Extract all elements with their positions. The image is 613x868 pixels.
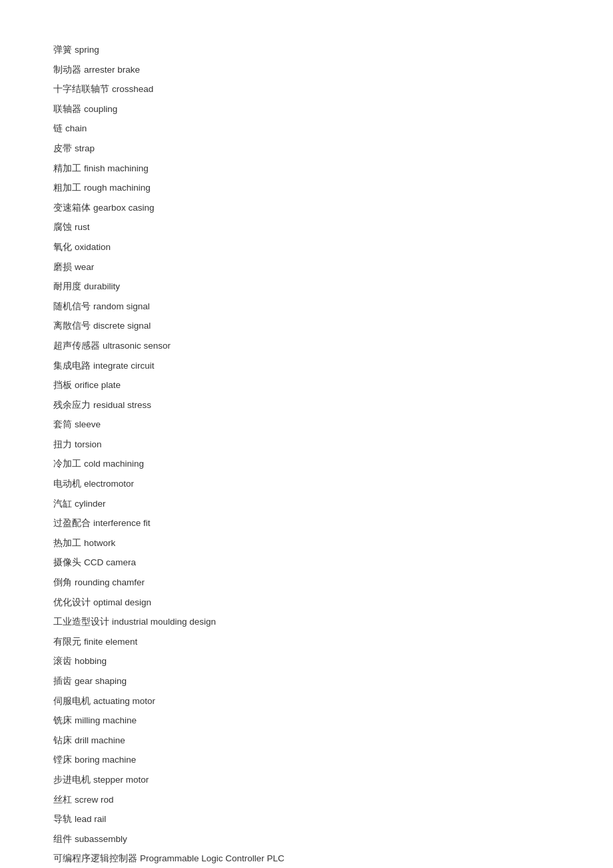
term-english: rust [75,222,90,232]
term-chinese: 滚齿 [53,656,72,666]
term-chinese: 伺服电机 [53,696,91,706]
list-item: 过盈配合interference fit [53,513,560,533]
term-english: screw rod [75,795,114,805]
list-item: 联轴器coupling [53,99,560,119]
term-english: industrial moulding design [112,617,216,627]
term-english: hobbing [75,656,107,666]
term-english: spring [75,45,99,55]
list-item: 超声传感器ultrasonic sensor [53,336,560,356]
term-chinese: 汽缸 [53,499,72,509]
list-item: 有限元finite element [53,632,560,652]
list-item: 步进电机stepper motor [53,770,560,790]
term-chinese: 挡板 [53,380,72,390]
term-chinese: 冷加工 [53,459,81,469]
term-chinese: 有限元 [53,637,81,647]
term-english: lead rail [75,814,106,824]
term-chinese: 随机信号 [53,301,91,311]
list-item: 耐用度durability [53,277,560,297]
term-chinese: 导轨 [53,814,72,824]
term-chinese: 粗加工 [53,183,81,193]
list-item: 可编程序逻辑控制器Programmable Logic Controller P… [53,849,560,868]
term-english: torsion [75,439,102,449]
term-chinese: 工业造型设计 [53,617,109,627]
list-item: 扭力torsion [53,435,560,455]
list-item: 弹簧spring [53,40,560,60]
term-english: durability [84,281,120,291]
list-item: 变速箱体gearbox casing [53,198,560,218]
term-english: gearbox casing [93,203,155,213]
term-english: optimal design [93,597,151,607]
term-chinese: 电动机 [53,479,81,489]
term-english: finite element [84,637,137,647]
term-chinese: 皮带 [53,143,72,153]
list-item: 插齿gear shaping [53,671,560,691]
term-chinese: 摄像头 [53,557,81,567]
list-item: 精加工finish machining [53,159,560,179]
list-item: 镗床boring machine [53,750,560,770]
list-item: 氧化oxidation [53,237,560,257]
list-item: 倒角rounding chamfer [53,573,560,593]
term-chinese: 组件 [53,834,72,844]
term-chinese: 步进电机 [53,775,91,785]
term-english: arrester brake [84,65,140,75]
term-english: drill machine [75,735,125,745]
term-chinese: 倒角 [53,577,72,587]
list-item: 随机信号random signal [53,297,560,317]
term-english: cylinder [75,499,106,509]
term-english: gear shaping [75,676,127,686]
list-item: 残余应力residual stress [53,395,560,415]
term-english: ultrasonic sensor [103,341,171,351]
list-item: 离散信号discrete signal [53,316,560,336]
term-english: strap [75,143,95,153]
list-item: 丝杠screw rod [53,790,560,810]
list-item: 汽缸cylinder [53,494,560,514]
term-chinese: 耐用度 [53,281,81,291]
term-english: crosshead [112,84,153,94]
term-chinese: 可编程序逻辑控制器 [53,853,137,863]
list-item: 套筒sleeve [53,415,560,435]
list-item: 皮带strap [53,139,560,159]
list-item: 链chain [53,119,560,139]
list-item: 十字结联轴节crosshead [53,79,560,99]
term-english: hotwork [84,538,115,548]
list-item: 腐蚀rust [53,217,560,237]
term-english: actuating motor [93,696,155,706]
term-chinese: 丝杠 [53,795,72,805]
term-english: interference fit [93,518,151,528]
list-item: 冷加工cold machining [53,454,560,474]
term-english: milling machine [75,715,137,725]
list-item: 钻床drill machine [53,731,560,751]
list-item: 磨损wear [53,257,560,277]
term-chinese: 镗床 [53,755,72,765]
list-item: 铣床milling machine [53,711,560,731]
list-item: 集成电路integrate circuit [53,356,560,376]
term-chinese: 链 [53,123,63,133]
term-english: rounding chamfer [75,577,145,587]
term-chinese: 精加工 [53,163,81,173]
term-english: integrate circuit [93,361,155,371]
list-item: 热加工hotwork [53,533,560,553]
term-chinese: 变速箱体 [53,203,91,213]
term-chinese: 十字结联轴节 [53,84,109,94]
list-item: 滚齿hobbing [53,651,560,671]
list-item: 制动器arrester brake [53,60,560,80]
term-english: orifice plate [75,380,121,390]
term-english: chain [65,123,87,133]
term-chinese: 集成电路 [53,361,91,371]
list-item: 摄像头CCD camera [53,553,560,573]
term-chinese: 超声传感器 [53,341,100,351]
list-item: 挡板orifice plate [53,375,560,395]
term-chinese: 钻床 [53,735,72,745]
term-chinese: 过盈配合 [53,518,91,528]
term-chinese: 插齿 [53,676,72,686]
term-english: discrete signal [93,321,151,331]
term-english: boring machine [75,755,136,765]
term-chinese: 腐蚀 [53,222,72,232]
list-item: 导轨lead rail [53,809,560,829]
term-english: subassembly [75,834,127,844]
term-chinese: 热加工 [53,538,81,548]
term-english: electromotor [84,479,134,489]
list-item: 组件subassembly [53,829,560,849]
list-item: 电动机electromotor [53,474,560,494]
term-list: 弹簧spring制动器arrester brake十字结联轴节crosshead… [53,40,560,868]
